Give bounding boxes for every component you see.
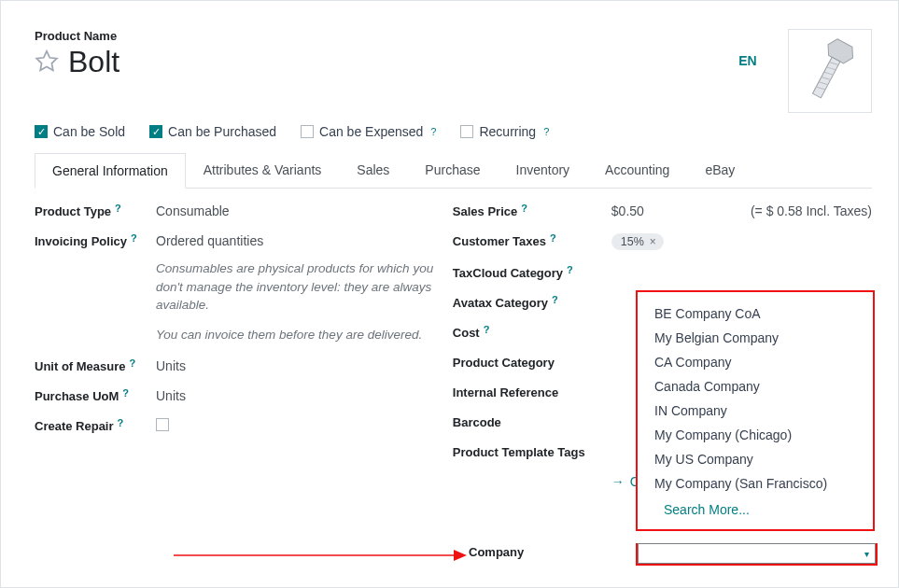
customer-taxes-label: Customer Taxes bbox=[453, 234, 546, 248]
arrow-right-icon: → bbox=[611, 474, 625, 489]
sales-price-incl-tax: (= $ 0.58 Incl. Taxes) bbox=[751, 203, 872, 218]
invoicing-policy-value[interactable]: Ordered quantities bbox=[156, 233, 434, 248]
help-icon[interactable]: ? bbox=[484, 324, 490, 335]
category-label: Product Category bbox=[453, 356, 555, 370]
can-be-sold-label: Can be Sold bbox=[53, 124, 125, 139]
invoicing-hint-2: You can invoice them before they are del… bbox=[156, 326, 434, 344]
remove-tag-icon[interactable]: × bbox=[650, 235, 656, 248]
iref-label: Internal Reference bbox=[453, 385, 558, 399]
annotation-arrow-icon bbox=[174, 546, 472, 565]
recurring-checkbox[interactable]: Recurring? bbox=[460, 124, 549, 139]
help-icon[interactable]: ? bbox=[430, 126, 436, 137]
company-option[interactable]: IN Company bbox=[638, 399, 873, 423]
tab-attributes-variants[interactable]: Attributes & Variants bbox=[186, 152, 340, 188]
can-be-sold-checkbox[interactable]: ✓Can be Sold bbox=[35, 124, 125, 139]
check-icon: ✓ bbox=[35, 125, 48, 138]
help-icon[interactable]: ? bbox=[131, 232, 137, 244]
tab-purchase[interactable]: Purchase bbox=[407, 152, 498, 188]
can-be-purchased-label: Can be Purchased bbox=[168, 124, 276, 139]
company-input[interactable]: ▾ bbox=[636, 543, 878, 566]
sales-price-label: Sales Price bbox=[453, 204, 517, 218]
tab-inventory[interactable]: Inventory bbox=[499, 152, 588, 188]
svg-marker-0 bbox=[36, 51, 57, 70]
help-icon[interactable]: ? bbox=[567, 264, 573, 275]
sales-price-value[interactable]: $0.50 bbox=[611, 203, 644, 218]
tab-accounting[interactable]: Accounting bbox=[587, 152, 687, 188]
product-type-value[interactable]: Consumable bbox=[156, 203, 434, 218]
invoicing-hint-1: Consumables are physical products for wh… bbox=[156, 259, 434, 315]
company-option[interactable]: My Belgian Company bbox=[638, 326, 873, 350]
recurring-label: Recurring bbox=[479, 124, 536, 139]
avatax-label: Avatax Category bbox=[453, 296, 548, 310]
help-icon[interactable]: ? bbox=[550, 232, 556, 244]
help-icon[interactable]: ? bbox=[118, 417, 124, 428]
check-icon: ✓ bbox=[149, 125, 162, 138]
barcode-label: Barcode bbox=[453, 415, 501, 429]
create-repair-checkbox[interactable] bbox=[156, 418, 169, 431]
help-icon[interactable]: ? bbox=[521, 203, 527, 214]
uom-value[interactable]: Units bbox=[156, 358, 434, 373]
company-label: Company bbox=[469, 545, 524, 559]
product-title[interactable]: Bolt bbox=[68, 45, 119, 79]
favorite-star-icon[interactable] bbox=[35, 49, 59, 76]
ptags-label: Product Template Tags bbox=[453, 445, 585, 459]
purchase-uom-value[interactable]: Units bbox=[156, 388, 434, 403]
company-option[interactable]: BE Company CoA bbox=[638, 301, 873, 326]
help-icon[interactable]: ? bbox=[543, 126, 549, 137]
invoicing-policy-label: Invoicing Policy bbox=[35, 234, 127, 248]
company-search-more[interactable]: Search More... bbox=[638, 497, 873, 520]
product-image[interactable] bbox=[788, 29, 872, 113]
cost-label: Cost bbox=[453, 326, 480, 340]
svg-marker-10 bbox=[454, 550, 467, 561]
customer-tax-tag-label: 15% bbox=[621, 235, 644, 248]
tabs: General Information Attributes & Variant… bbox=[35, 152, 872, 189]
company-option[interactable]: CA Company bbox=[638, 350, 873, 374]
svg-rect-2 bbox=[813, 57, 840, 98]
check-icon bbox=[301, 125, 314, 138]
product-name-label: Product Name bbox=[35, 29, 715, 43]
company-option[interactable]: My US Company bbox=[638, 447, 873, 471]
company-option[interactable]: My Company (Chicago) bbox=[638, 423, 873, 447]
can-be-purchased-checkbox[interactable]: ✓Can be Purchased bbox=[149, 124, 276, 139]
tab-ebay[interactable]: eBay bbox=[687, 152, 752, 188]
help-icon[interactable]: ? bbox=[115, 203, 121, 214]
language-badge[interactable]: EN bbox=[738, 53, 756, 68]
check-icon bbox=[460, 125, 473, 138]
help-icon[interactable]: ? bbox=[122, 387, 129, 399]
uom-label: Unit of Measure bbox=[35, 359, 126, 373]
company-option[interactable]: Canada Company bbox=[638, 374, 873, 399]
tab-general-information[interactable]: General Information bbox=[35, 153, 186, 189]
customer-tax-tag[interactable]: 15% × bbox=[611, 233, 664, 250]
company-dropdown: BE Company CoA My Belgian Company CA Com… bbox=[636, 290, 875, 531]
create-repair-label: Create Repair bbox=[35, 419, 114, 433]
tab-sales[interactable]: Sales bbox=[339, 152, 407, 188]
can-be-expensed-checkbox[interactable]: Can be Expensed? bbox=[301, 124, 436, 139]
purchase-uom-label: Purchase UoM bbox=[35, 389, 119, 403]
help-icon[interactable]: ? bbox=[130, 357, 136, 369]
can-be-expensed-label: Can be Expensed bbox=[319, 124, 423, 139]
company-option[interactable]: My Company (San Francisco) bbox=[638, 471, 873, 496]
taxcloud-label: TaxCloud Category bbox=[453, 266, 563, 280]
caret-down-icon: ▾ bbox=[864, 549, 869, 559]
help-icon[interactable]: ? bbox=[552, 294, 558, 305]
product-type-label: Product Type bbox=[35, 204, 111, 218]
